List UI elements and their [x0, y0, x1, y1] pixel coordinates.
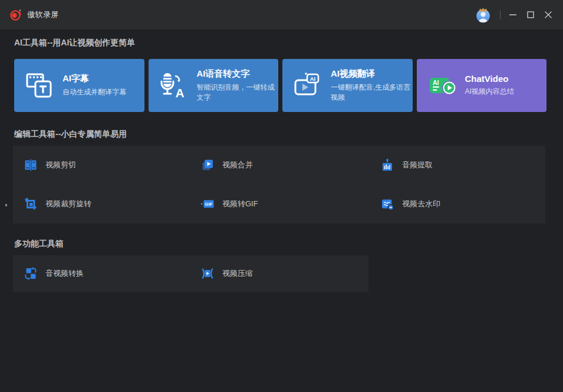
ai-video-translate-icon: AI: [294, 71, 322, 100]
video-merge-icon: [200, 158, 215, 172]
card-ai-subtitle[interactable]: AI字幕 自动生成并翻译字幕: [14, 59, 144, 112]
multi-tools-panel: 音视频转换 视频压缩: [13, 255, 368, 292]
card-title: ChatVideo: [465, 74, 514, 84]
titlebar-divider: [500, 11, 501, 19]
tool-label: 视频裁剪旋转: [45, 199, 91, 209]
video-cut-icon: [24, 158, 38, 172]
tool-video-cut[interactable]: 视频剪切: [24, 146, 200, 185]
card-text: AI视频翻译 一键翻译配音,生成多语言视频: [331, 68, 413, 103]
app-title: 傲软录屏: [27, 9, 59, 20]
video-to-gif-icon: GIF: [200, 197, 215, 211]
tool-label: 音视频转换: [45, 268, 84, 279]
tool-video-merge[interactable]: 视频合并: [200, 146, 380, 185]
ai-section-header: AI工具箱--用AI让视频创作更简单: [14, 38, 563, 48]
card-text: AI字幕 自动生成并翻译字幕: [62, 73, 126, 97]
video-crop-rotate-icon: [24, 197, 38, 211]
card-title: AI字幕: [62, 73, 126, 84]
tool-video-compress[interactable]: 视频压缩: [200, 255, 368, 292]
tool-video-to-gif[interactable]: GIF 视频转GIF: [200, 185, 380, 223]
tool-video-watermark-remove[interactable]: 视频去水印: [380, 185, 545, 223]
audio-video-convert-icon: [24, 266, 38, 281]
card-subtitle: 一键翻译配音,生成多语言视频: [331, 83, 413, 103]
chatvideo-icon: AI: [428, 71, 456, 100]
multi-section-header: 多功能工具箱: [14, 239, 563, 249]
ai-cards-row: AI字幕 自动生成并翻译字幕 A AI语音转文字 智能识别音频，一键转成文字: [14, 59, 546, 112]
tool-label: 音频提取: [402, 160, 433, 170]
svg-text:A: A: [175, 86, 184, 100]
svg-text:GIF: GIF: [205, 202, 213, 207]
svg-text:AI: AI: [310, 75, 316, 82]
vip-avatar-icon[interactable]: [475, 6, 492, 23]
card-ai-speech-to-text[interactable]: A AI语音转文字 智能识别音频，一键转成文字: [149, 59, 279, 112]
tool-audio-video-convert[interactable]: 音视频转换: [24, 255, 200, 292]
left-edge-artifact: [5, 204, 7, 206]
edit-tools-panel: 视频剪切 视频合并 音频提取: [13, 146, 545, 223]
ai-speech-to-text-icon: A: [160, 71, 188, 100]
card-subtitle: 自动生成并翻译字幕: [62, 87, 126, 97]
svg-text:AI: AI: [433, 79, 439, 86]
record-logo-icon: [9, 8, 22, 21]
edit-section-header: 编辑工具箱--小白专属简单易用: [14, 129, 563, 140]
audio-extract-icon: [380, 158, 394, 172]
card-text: AI语音转文字 智能识别音频，一键转成文字: [197, 68, 279, 103]
tool-label: 视频压缩: [222, 268, 253, 279]
card-title: AI视频翻译: [331, 68, 413, 80]
video-compress-icon: [200, 266, 215, 281]
maximize-button[interactable]: [522, 6, 539, 24]
tool-audio-extract[interactable]: 音频提取: [380, 146, 545, 185]
card-chatvideo[interactable]: AI ChatVideo AI视频内容总结: [417, 59, 547, 112]
card-subtitle: 智能识别音频，一键转成文字: [197, 83, 279, 103]
tool-label: 视频合并: [222, 160, 253, 170]
tool-label: 视频转GIF: [222, 199, 258, 209]
card-title: AI语音转文字: [197, 68, 279, 80]
video-watermark-remove-icon: [380, 197, 394, 211]
titlebar: 傲软录屏: [0, 0, 563, 29]
card-text: ChatVideo AI视频内容总结: [465, 74, 514, 97]
tool-video-crop-rotate[interactable]: 视频裁剪旋转: [24, 185, 200, 223]
minimize-button[interactable]: [504, 6, 522, 24]
tool-label: 视频剪切: [45, 160, 76, 170]
tool-label: 视频去水印: [402, 199, 440, 209]
ai-subtitle-icon: [25, 71, 54, 100]
card-subtitle: AI视频内容总结: [465, 87, 514, 97]
close-button[interactable]: [539, 6, 557, 24]
card-ai-video-translate[interactable]: AI AI视频翻译 一键翻译配音,生成多语言视频: [282, 59, 413, 112]
